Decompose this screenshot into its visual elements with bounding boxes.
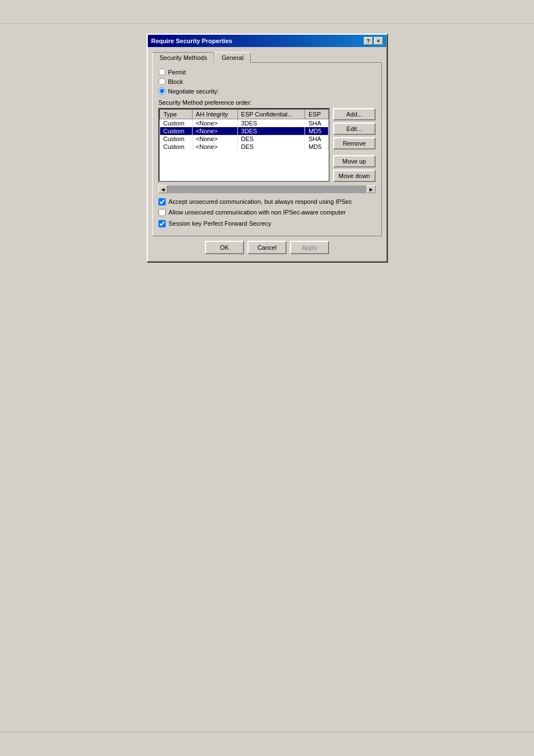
security-methods-table: Type AH Integrity ESP Confidential... ES… (160, 109, 329, 151)
tab-security-methods[interactable]: Security Methods (152, 52, 214, 63)
row4-ah: <None> (192, 143, 237, 151)
row1-ah: <None> (192, 119, 237, 128)
row3-esp-conf: DES (237, 135, 305, 143)
row4-esp: MD5 (305, 143, 329, 151)
session-key-label[interactable]: Session key Perfect Forward Secrecy (168, 220, 271, 227)
bottom-buttons: OK Cancel Apply (152, 236, 382, 256)
row3-ah: <None> (192, 135, 237, 143)
horizontal-scrollbar: ◀ ▶ (158, 185, 376, 193)
accept-unsecured-label[interactable]: Accept unsecured communication, but alwa… (168, 198, 352, 206)
edit-button[interactable]: Edit... (333, 123, 376, 135)
row1-esp: SHA (305, 119, 329, 128)
allow-unsecured-checkbox[interactable] (158, 209, 166, 216)
checkbox-accept-unsecured: Accept unsecured communication, but alwa… (158, 198, 376, 206)
table-row[interactable]: Custom <None> 3DES MD5 (160, 127, 329, 135)
scroll-track[interactable] (167, 185, 367, 193)
move-down-button[interactable]: Move down (333, 170, 376, 182)
move-up-button[interactable]: Move up (333, 155, 376, 167)
cancel-button[interactable]: Cancel (247, 241, 287, 254)
table-container: Type AH Integrity ESP Confidential... ES… (158, 108, 376, 182)
allow-unsecured-label[interactable]: Allow unsecured communication with non I… (168, 208, 346, 216)
block-label[interactable]: Block (168, 78, 183, 85)
col-esp-confidential: ESP Confidential... (237, 110, 305, 119)
tab-general[interactable]: General (214, 52, 251, 63)
add-button[interactable]: Add... (333, 108, 376, 120)
row2-esp-conf: 3DES (237, 127, 305, 135)
close-button[interactable]: × (374, 37, 383, 45)
scroll-right-button[interactable]: ▶ (367, 185, 376, 193)
action-buttons: Add... Edit... Remove Move up Move down (333, 108, 376, 182)
row3-type: Custom (160, 135, 193, 143)
require-security-dialog: Require Security Properties ? × Security… (147, 34, 387, 262)
session-key-checkbox[interactable] (158, 220, 166, 227)
row4-type: Custom (160, 143, 193, 151)
help-button[interactable]: ? (364, 37, 373, 45)
permit-radio[interactable] (158, 68, 166, 76)
table-row[interactable]: Custom <None> DES MD5 (160, 143, 329, 151)
row2-type: Custom (160, 127, 193, 135)
radio-group: Permit Block Negotiate security: (158, 68, 376, 95)
row1-type: Custom (160, 119, 193, 128)
col-type: Type (160, 110, 193, 119)
table-row[interactable]: Custom <None> 3DES SHA (160, 119, 329, 128)
preference-order-label: Security Method preference order: (158, 99, 376, 106)
permit-label[interactable]: Permit (168, 69, 186, 76)
row4-esp-conf: DES (237, 143, 305, 151)
accept-unsecured-checkbox[interactable] (158, 198, 166, 206)
negotiate-radio[interactable] (158, 87, 166, 95)
row2-ah: <None> (192, 127, 237, 135)
col-esp: ESP (305, 110, 329, 119)
scroll-left-button[interactable]: ◀ (158, 185, 167, 193)
block-radio[interactable] (158, 78, 166, 85)
checkbox-session-key: Session key Perfect Forward Secrecy (158, 220, 376, 227)
checkbox-allow-unsecured: Allow unsecured communication with non I… (158, 208, 376, 216)
radio-permit: Permit (158, 68, 376, 76)
title-bar-buttons: ? × (364, 37, 383, 45)
negotiate-label[interactable]: Negotiate security: (168, 88, 219, 95)
remove-button[interactable]: Remove (333, 137, 376, 150)
radio-block: Block (158, 78, 376, 85)
dialog-title: Require Security Properties (151, 38, 232, 44)
row2-esp: MD5 (305, 127, 329, 135)
tab-panel: Permit Block Negotiate security: Securit… (152, 62, 382, 236)
ok-button[interactable]: OK (205, 241, 244, 254)
col-ah-integrity: AH Integrity (192, 110, 237, 119)
security-methods-table-wrapper: Type AH Integrity ESP Confidential... ES… (158, 108, 330, 182)
row3-esp: SHA (305, 135, 329, 143)
tab-bar: Security Methods General (152, 52, 382, 62)
apply-button[interactable]: Apply (290, 241, 329, 254)
row1-esp-conf: 3DES (237, 119, 305, 128)
title-bar: Require Security Properties ? × (148, 35, 386, 47)
radio-negotiate: Negotiate security: (158, 87, 376, 95)
dialog-content: Security Methods General Permit Block Ne… (148, 47, 386, 261)
table-row[interactable]: Custom <None> DES SHA (160, 135, 329, 143)
checkbox-group: Accept unsecured communication, but alwa… (158, 198, 376, 227)
